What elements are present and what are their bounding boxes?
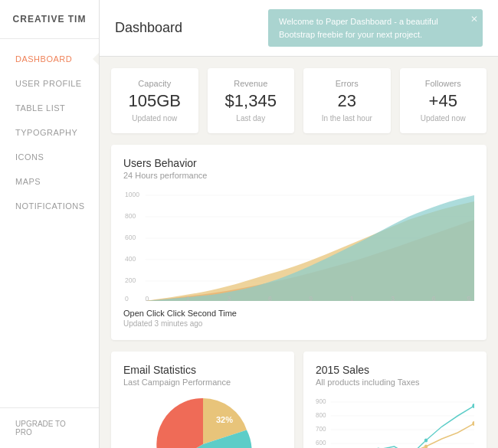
users-behavior-card: Users Behavior 24 Hours performance 1000…	[111, 145, 487, 340]
stat-footer-followers: Updated now	[412, 114, 475, 123]
notification-banner: Welcome to Paper Dashboard - a beautiful…	[268, 9, 483, 47]
y-label: 600	[125, 234, 136, 241]
upgrade-label: UPGRADE TO PRO	[15, 420, 66, 437]
email-stats-card: Email Statistics Last Campaign Performan…	[111, 352, 294, 448]
sidebar-item-notifications[interactable]: NOTIFICATIONS	[0, 194, 99, 218]
dot	[424, 439, 428, 443]
stat-card-followers: Followers +45 Updated now	[400, 68, 487, 133]
dashboard-content: Capacity 105GB Updated now Revenue $1,34…	[100, 57, 498, 448]
stat-label-revenue: Revenue	[220, 79, 283, 88]
y-label: 400	[125, 255, 136, 263]
sidebar-item-label: ICONS	[15, 152, 44, 162]
sidebar-brand: CREATIVE TIM	[0, 0, 99, 39]
stat-value-capacity: 105GB	[123, 91, 186, 111]
sales-2015-card: 2015 Sales All products including Taxes …	[303, 352, 487, 448]
sidebar-item-label: DASHBOARD	[15, 54, 72, 64]
page-title: Dashboard	[115, 20, 182, 36]
pie-label-32: 32%	[215, 415, 232, 424]
y-label: 0	[125, 295, 129, 302]
users-behavior-title: Users Behavior	[123, 157, 474, 169]
y-label: 700	[316, 425, 326, 433]
line-yellow	[331, 423, 474, 448]
line-chart-container: 900 800 700 600 500 400 300	[316, 394, 474, 448]
stat-value-followers: +45	[412, 91, 475, 111]
sidebar-item-label: NOTIFICATIONS	[15, 201, 85, 211]
stat-label-capacity: Capacity	[123, 79, 186, 88]
x-label: 6	[268, 295, 272, 302]
sidebar-item-table-list[interactable]: TABLE LIST	[0, 96, 99, 120]
x-label: 9	[467, 295, 470, 302]
sidebar-nav: DASHBOARD USER PROFILE TABLE LIST TYPOGR…	[0, 39, 99, 407]
sidebar-item-label: TYPOGRAPHY	[15, 128, 77, 137]
stat-value-revenue: $1,345	[220, 91, 283, 111]
y-label: 800	[316, 411, 326, 420]
main-area: Dashboard Welcome to Paper Dashboard - a…	[100, 0, 498, 448]
email-stats-title: Email Statistics	[123, 364, 282, 376]
stat-card-revenue: Revenue $1,345 Last day	[208, 68, 295, 133]
close-notification-button[interactable]: ✕	[470, 12, 478, 26]
y-label: 200	[125, 276, 136, 284]
stat-label-followers: Followers	[412, 79, 475, 88]
sidebar-item-typography[interactable]: TYPOGRAPHY	[0, 120, 99, 145]
line-teal	[331, 406, 474, 448]
pie-slice-orange	[156, 398, 203, 448]
line-chart-svg: 900 800 700 600 500 400 300	[316, 394, 474, 448]
bottom-row: Email Statistics Last Campaign Performan…	[111, 352, 487, 448]
dot	[424, 445, 428, 449]
stat-label-errors: Errors	[316, 79, 378, 88]
y-label: 600	[316, 439, 326, 447]
x-label: 1	[350, 295, 354, 302]
sidebar-item-label: USER PROFILE	[15, 79, 82, 88]
x-label: 3	[391, 295, 395, 302]
sidebar: CREATIVE TIM DASHBOARD USER PROFILE TABL…	[0, 0, 100, 448]
stat-footer-revenue: Last day	[220, 114, 283, 123]
notification-text: Welcome to Paper Dashboard - a beautiful…	[279, 17, 438, 39]
sidebar-item-label: TABLE LIST	[15, 103, 65, 113]
area-chart: 1000 800 600 400 200 0	[123, 188, 474, 302]
sidebar-upgrade-button[interactable]: UPGRADE TO PRO	[0, 407, 99, 448]
x-label: 6	[432, 295, 436, 302]
x-label: 0	[146, 295, 149, 302]
users-behavior-subtitle: 24 Hours performance	[123, 171, 474, 180]
x-label: 3	[227, 295, 231, 302]
stat-card-capacity: Capacity 105GB Updated now	[111, 68, 198, 133]
sidebar-item-dashboard[interactable]: DASHBOARD	[0, 47, 99, 71]
sidebar-item-user-profile[interactable]: USER PROFILE	[0, 71, 99, 96]
sales-subtitle: All products including Taxes	[316, 378, 474, 387]
sidebar-item-maps[interactable]: MAPS	[0, 169, 99, 194]
x-label: 9	[309, 295, 313, 302]
brand-name: CREATIVE TIM	[13, 14, 87, 25]
stat-card-errors: Errors 23 In the last hour	[303, 68, 391, 133]
x-label: 1	[186, 295, 190, 302]
users-behavior-footer-sub: Updated 3 minutes ago	[123, 319, 474, 328]
stat-cards-row: Capacity 105GB Updated now Revenue $1,34…	[111, 68, 487, 133]
stat-footer-errors: In the last hour	[316, 114, 378, 123]
stat-value-errors: 23	[316, 91, 378, 111]
y-label: 1000	[125, 191, 139, 198]
page-header: Dashboard Welcome to Paper Dashboard - a…	[100, 0, 498, 57]
y-label: 800	[125, 212, 136, 220]
y-label: 900	[316, 397, 326, 406]
sidebar-item-icons[interactable]: ICONS	[0, 145, 99, 169]
email-stats-subtitle: Last Campaign Performance	[123, 378, 282, 387]
pie-chart-container: 32% 62%	[123, 394, 282, 448]
users-behavior-footer: Open Click Click Second Time	[123, 309, 474, 318]
sales-title: 2015 Sales	[316, 364, 474, 376]
pie-chart-svg: 32% 62%	[149, 391, 257, 448]
stat-footer-capacity: Updated now	[123, 114, 186, 123]
sidebar-item-label: MAPS	[15, 177, 41, 186]
area-chart-svg: 1000 800 600 400 200 0	[123, 188, 474, 302]
